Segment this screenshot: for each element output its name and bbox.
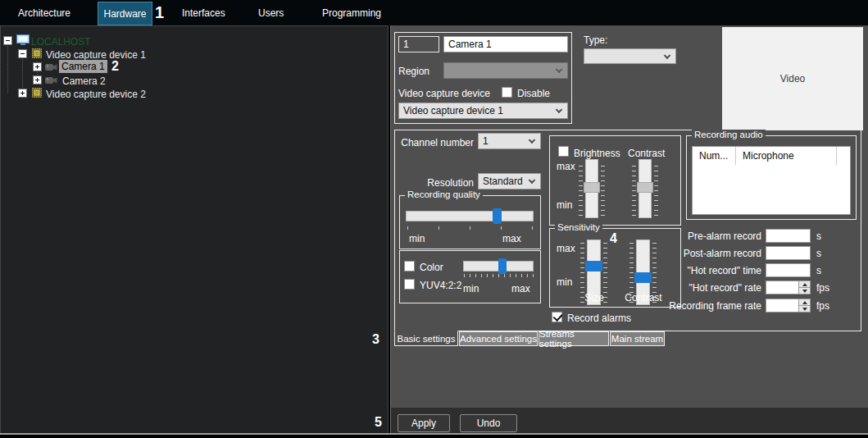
nav-tab-programming[interactable]: Programming bbox=[322, 7, 381, 19]
recording-quality-slider[interactable] bbox=[406, 211, 534, 221]
nav-tab-users[interactable]: Users bbox=[258, 7, 284, 19]
camera-icon bbox=[45, 63, 58, 71]
pre-alarm-record-input[interactable] bbox=[766, 229, 811, 243]
brightness-checkbox[interactable] bbox=[558, 146, 569, 157]
tree-collapse-device1[interactable] bbox=[18, 49, 27, 58]
annotation-3: 3 bbox=[372, 332, 379, 347]
recording-quality-min-label: min bbox=[409, 233, 425, 244]
slider-ticks bbox=[632, 162, 636, 216]
tree-item-localhost[interactable]: LOCALHOST bbox=[31, 36, 91, 48]
sensitivity-contrast-slider-thumb[interactable] bbox=[634, 272, 652, 283]
slider-ticks bbox=[601, 162, 605, 216]
color-slider-thumb[interactable] bbox=[498, 258, 507, 274]
resolution-dropdown[interactable]: Standard bbox=[478, 173, 541, 189]
tree-item-camera1[interactable]: Camera 1 bbox=[59, 60, 107, 73]
channel-number-dropdown[interactable]: 1 bbox=[478, 133, 541, 149]
video-preview-label: Video bbox=[780, 73, 805, 84]
region-dropdown[interactable] bbox=[443, 62, 568, 79]
color-max-label: max bbox=[511, 283, 530, 294]
chevron-down-icon bbox=[556, 66, 562, 73]
tab-main-stream[interactable]: Main stream bbox=[610, 331, 665, 346]
spin-up-icon bbox=[802, 283, 807, 286]
hot-record-time-input[interactable] bbox=[766, 263, 811, 277]
tree-expand-device2[interactable] bbox=[18, 89, 27, 98]
brightness-label: Brightness bbox=[574, 148, 620, 159]
resolution-value: Standard bbox=[483, 176, 523, 187]
contrast-slider-thumb[interactable] bbox=[637, 182, 653, 193]
device-tree-panel bbox=[0, 25, 389, 434]
bottom-divider bbox=[0, 433, 868, 435]
tree-item-device2[interactable]: Video capture device 2 bbox=[46, 89, 146, 100]
camera-icon bbox=[45, 76, 58, 84]
recording-frame-rate-input[interactable] bbox=[766, 299, 811, 313]
chip-icon bbox=[31, 48, 43, 59]
tree-item-device1[interactable]: Video capture device 1 bbox=[46, 49, 146, 61]
tree-expand-camera1[interactable] bbox=[33, 62, 42, 71]
chip-icon bbox=[31, 87, 43, 98]
video-preview: Video bbox=[722, 27, 863, 130]
nav-tab-architecture[interactable]: Architecture bbox=[18, 7, 70, 19]
tree-expand-camera2[interactable] bbox=[33, 75, 42, 84]
brightness-min-label: min bbox=[557, 199, 572, 211]
record-alarms-checkbox[interactable] bbox=[552, 312, 562, 322]
slider-ticks bbox=[654, 162, 658, 216]
pre-alarm-record-label: Pre-alarm record bbox=[651, 230, 761, 242]
sensitivity-size-slider-thumb[interactable] bbox=[585, 261, 602, 271]
audio-column-microphone: Microphone bbox=[736, 147, 837, 165]
color-min-label: min bbox=[463, 283, 479, 294]
slider-ticks bbox=[464, 274, 534, 277]
chevron-down-icon bbox=[556, 107, 562, 113]
brightness-max-label: max bbox=[557, 161, 575, 172]
recording-quality-slider-thumb[interactable] bbox=[493, 208, 502, 224]
disable-checkbox[interactable] bbox=[502, 87, 512, 98]
brightness-slider-thumb[interactable] bbox=[584, 182, 600, 193]
recording-audio-table[interactable]: Num... Microphone bbox=[692, 146, 851, 215]
contrast-label: Contrast bbox=[628, 148, 665, 159]
object-id-field[interactable]: 1 bbox=[398, 36, 439, 52]
tab-basic-settings[interactable]: Basic settings bbox=[394, 331, 458, 346]
recording-frame-rate-spinner[interactable] bbox=[798, 299, 810, 312]
object-name-field[interactable]: Camera 1 bbox=[443, 36, 568, 52]
hot-record-rate-label: "Hot record" rate bbox=[651, 282, 761, 294]
color-checkbox[interactable] bbox=[404, 261, 415, 271]
pre-alarm-record-unit: s bbox=[816, 230, 821, 242]
recording-quality-title: Recording quality bbox=[405, 189, 483, 199]
record-alarms-label: Record alarms bbox=[567, 313, 631, 324]
monitor-icon bbox=[16, 34, 30, 46]
hot-record-rate-spinner[interactable] bbox=[798, 281, 810, 294]
hot-record-rate-input[interactable] bbox=[766, 281, 811, 294]
recording-audio-title: Recording audio bbox=[692, 130, 766, 139]
audio-table-header: Num... Microphone bbox=[693, 147, 850, 165]
nav-tab-hardware[interactable]: Hardware bbox=[98, 2, 152, 25]
audio-column-num: Num... bbox=[693, 147, 736, 165]
channel-number-label: Channel number bbox=[394, 137, 474, 148]
tree-item-camera2[interactable]: Camera 2 bbox=[62, 75, 106, 87]
tab-streams-settings[interactable]: Streams settings bbox=[539, 331, 609, 346]
hot-record-time-unit: s bbox=[816, 265, 821, 276]
spin-up-icon bbox=[802, 301, 807, 304]
tab-advanced-settings[interactable]: Advanced settings bbox=[459, 331, 538, 346]
slider-ticks bbox=[579, 162, 583, 216]
type-label: Type: bbox=[584, 34, 607, 46]
type-dropdown[interactable] bbox=[584, 48, 676, 64]
post-alarm-record-input[interactable] bbox=[766, 246, 811, 260]
yuv-checkbox[interactable] bbox=[404, 279, 415, 290]
nav-tab-interfaces[interactable]: Interfaces bbox=[182, 7, 225, 19]
top-nav: Architecture Hardware 1 Interfaces Users… bbox=[0, 0, 868, 25]
hot-record-rate-unit: fps bbox=[816, 282, 829, 294]
apply-button[interactable]: Apply bbox=[398, 414, 450, 432]
video-capture-device-label: Video capture device bbox=[398, 88, 490, 99]
disable-label: Disable bbox=[517, 88, 550, 99]
tree-connector bbox=[22, 57, 23, 93]
spin-down-icon bbox=[802, 290, 807, 293]
resolution-label: Resolution bbox=[394, 177, 474, 189]
chevron-down-icon bbox=[664, 52, 670, 58]
annotation-2: 2 bbox=[111, 59, 119, 74]
annotation-5: 5 bbox=[375, 415, 382, 430]
chevron-down-icon bbox=[529, 177, 535, 184]
video-capture-device-dropdown[interactable]: Video capture device 1 bbox=[398, 103, 568, 119]
recording-quality-max-label: max bbox=[502, 233, 521, 244]
tree-collapse-localhost[interactable] bbox=[3, 36, 12, 45]
sensitivity-size-label: Size bbox=[577, 292, 611, 303]
undo-button[interactable]: Undo bbox=[460, 414, 517, 432]
